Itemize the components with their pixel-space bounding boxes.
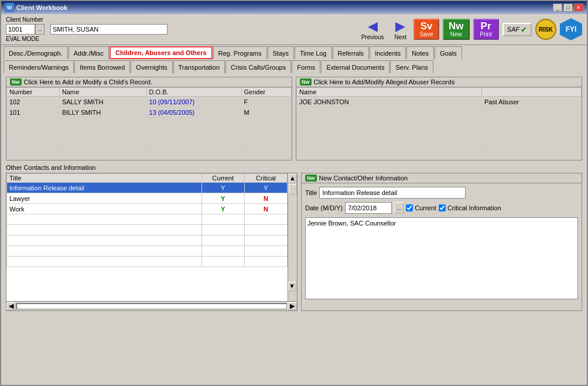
table-row[interactable]: 101 BILLY SMITH 13 (04/05/2005) M bbox=[7, 107, 292, 118]
tab-timelog[interactable]: Time Log bbox=[295, 46, 331, 59]
toolbar: Client Number ... EVAL MODE ◀ Previous ▶… bbox=[1, 14, 587, 45]
maximize-button[interactable]: □ bbox=[563, 4, 573, 12]
list-item[interactable] bbox=[7, 225, 288, 235]
children-section-header[interactable]: Nw Click Here to Add or Modify a Child's… bbox=[6, 77, 292, 87]
tab-children[interactable]: Children, Abusers and Others bbox=[110, 46, 212, 59]
previous-label: Previous bbox=[361, 34, 384, 40]
fyi-button[interactable]: FYI bbox=[560, 18, 582, 40]
tab-crisis[interactable]: Crisis Calls/Groups bbox=[225, 60, 291, 73]
client-number-input-row: ... bbox=[6, 24, 354, 35]
scroll-down-button[interactable]: ▼ bbox=[288, 282, 296, 291]
current-label: Current bbox=[415, 204, 436, 211]
table-row[interactable] bbox=[7, 128, 292, 139]
tabs-row1-container: Desc./Demograph. Addr./Misc Children, Ab… bbox=[1, 45, 587, 73]
list-item[interactable] bbox=[7, 257, 288, 267]
saf-button[interactable]: SAF ✔ bbox=[502, 23, 532, 36]
table-row[interactable] bbox=[297, 118, 582, 128]
date-browse-button[interactable]: ... bbox=[394, 202, 404, 214]
tab-serv[interactable]: Serv. Plans bbox=[390, 60, 433, 73]
previous-button[interactable]: ◀ Previous bbox=[358, 18, 388, 42]
right-panel-header: Nw New Contact/Other Information bbox=[302, 173, 582, 183]
tab-addr[interactable]: Addr./Misc bbox=[69, 46, 109, 59]
risk-button[interactable]: RISK bbox=[535, 19, 556, 40]
table-row[interactable] bbox=[297, 107, 582, 118]
main-window: W Client Workbook _ □ ✕ Client Number ..… bbox=[0, 0, 588, 386]
table-row[interactable]: JOE JOHNSTON Past Abuser bbox=[297, 97, 582, 107]
other-contacts-area: Other Contacts and Information Title Cur… bbox=[6, 164, 582, 311]
list-item[interactable] bbox=[7, 235, 288, 246]
critical-label: Critical Information bbox=[447, 204, 501, 211]
hscroll-right-button[interactable]: ▶ bbox=[288, 302, 297, 310]
tab-goals[interactable]: Goals bbox=[435, 46, 462, 59]
children-table: Number Name D.O.B. Gender 102 SALLY SMIT… bbox=[6, 87, 292, 160]
save-button[interactable]: Sv Save bbox=[413, 19, 439, 40]
abuser-section: Nw Click Here to Add/Modify Alleged Abus… bbox=[296, 77, 582, 160]
table-row[interactable] bbox=[297, 149, 582, 160]
tab-referrals[interactable]: Referrals bbox=[333, 46, 370, 59]
list-item[interactable]: Information Release detail Y Y bbox=[7, 183, 288, 193]
tab-reg[interactable]: Reg. Programs bbox=[213, 46, 267, 59]
right-panel-title: New Contact/Other Information bbox=[319, 175, 408, 182]
table-row[interactable] bbox=[7, 139, 292, 149]
table-row[interactable] bbox=[7, 149, 292, 160]
horizontal-scrollbar-container: ◀ ▶ bbox=[6, 302, 298, 311]
contacts-col-critical: Critical bbox=[244, 174, 287, 183]
critical-checkbox-label[interactable]: Critical Information bbox=[439, 204, 501, 211]
new-button[interactable]: Nw New bbox=[443, 19, 470, 40]
minimize-button[interactable]: _ bbox=[553, 4, 562, 12]
print-button[interactable]: Pr Print bbox=[473, 19, 499, 40]
table-row[interactable]: 102 SALLY SMITH 10 (09/11/2007) F bbox=[7, 97, 292, 107]
hscroll-track[interactable] bbox=[16, 303, 287, 309]
title-field-input[interactable] bbox=[319, 187, 466, 199]
scroll-up-button[interactable]: ▲ bbox=[289, 174, 297, 183]
tab-borrowed[interactable]: Items Borrowed bbox=[74, 60, 130, 73]
current-checkbox-label[interactable]: Current bbox=[406, 204, 436, 211]
new-label: New bbox=[450, 31, 462, 37]
section-row-top: Nw Click Here to Add or Modify a Child's… bbox=[6, 77, 582, 160]
current-checkbox[interactable] bbox=[406, 204, 413, 211]
date-field-input[interactable] bbox=[345, 202, 392, 214]
tab-notes[interactable]: Notes bbox=[406, 46, 434, 59]
client-number-input[interactable] bbox=[6, 24, 35, 35]
previous-arrow-icon: ◀ bbox=[368, 19, 378, 34]
client-number-label: Client Number bbox=[6, 16, 43, 23]
eval-mode-label: EVAL MODE bbox=[6, 36, 354, 42]
abuser-section-header[interactable]: Nw Click Here to Add/Modify Alleged Abus… bbox=[296, 77, 582, 87]
tab-transportation[interactable]: Transportation bbox=[173, 60, 225, 73]
fyi-label: FYI bbox=[566, 25, 577, 33]
list-item[interactable] bbox=[7, 214, 288, 225]
tab-overnights[interactable]: Overnights bbox=[131, 60, 172, 73]
hscroll-left-button[interactable]: ◀ bbox=[6, 302, 16, 310]
table-row[interactable] bbox=[297, 128, 582, 139]
abuser-col-type bbox=[481, 88, 581, 97]
tab-stays[interactable]: Stays bbox=[268, 46, 295, 59]
abuser-table: Name JOE JOHNSTON Past Abuser bbox=[296, 87, 582, 160]
close-button[interactable]: ✕ bbox=[574, 4, 583, 12]
table-row[interactable] bbox=[297, 139, 582, 149]
print-label: Print bbox=[480, 31, 492, 37]
contact-detail-panel: Nw New Contact/Other Information Title D… bbox=[301, 173, 582, 311]
list-item[interactable]: Lawyer Y N bbox=[7, 193, 288, 204]
vertical-scrollbar[interactable]: ▲ ▼ bbox=[288, 173, 297, 301]
children-section: Nw Click Here to Add or Modify a Child's… bbox=[6, 77, 292, 160]
client-browse-button[interactable]: ... bbox=[35, 24, 45, 35]
next-button[interactable]: ▶ Next bbox=[391, 18, 411, 42]
list-item[interactable] bbox=[7, 246, 288, 257]
client-name-input[interactable] bbox=[50, 24, 167, 35]
critical-checkbox[interactable] bbox=[439, 204, 446, 211]
table-row[interactable] bbox=[7, 118, 292, 128]
title-field-row: Title bbox=[305, 187, 578, 199]
risk-label: RISK bbox=[539, 26, 553, 33]
tab-external[interactable]: External Documents bbox=[321, 60, 389, 73]
client-info: Client Number ... EVAL MODE bbox=[6, 16, 354, 42]
contacts-table: Title Current Critical Information Relea… bbox=[6, 173, 288, 267]
tab-incidents[interactable]: Incidents bbox=[370, 46, 406, 59]
scroll-thumb[interactable] bbox=[289, 184, 297, 194]
tab-desc[interactable]: Desc./Demograph. bbox=[4, 46, 68, 59]
tab-reminders[interactable]: Reminders/Warnings bbox=[4, 60, 74, 73]
tab-forms[interactable]: Forms bbox=[292, 60, 320, 73]
other-contacts-label: Other Contacts and Information bbox=[6, 164, 582, 171]
window-icon: W bbox=[5, 3, 14, 12]
list-item[interactable]: Work Y N bbox=[7, 204, 288, 214]
notes-textarea[interactable]: Jennie Brown, SAC Counsellor bbox=[305, 217, 578, 299]
